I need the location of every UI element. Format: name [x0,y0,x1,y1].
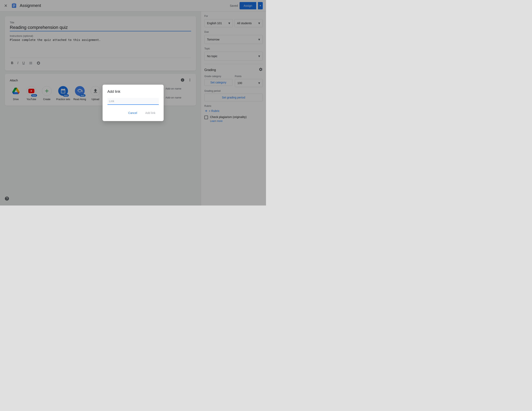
link-input[interactable] [107,98,159,105]
modal-add-link-button[interactable]: Add link [142,110,159,116]
modal-actions: Cancel Add link [107,110,159,116]
modal-overlay: Add link Cancel Add link [0,0,266,206]
modal-title: Add link [107,90,159,94]
modal-cancel-button[interactable]: Cancel [125,110,140,116]
add-link-modal: Add link Cancel Add link [103,85,164,121]
